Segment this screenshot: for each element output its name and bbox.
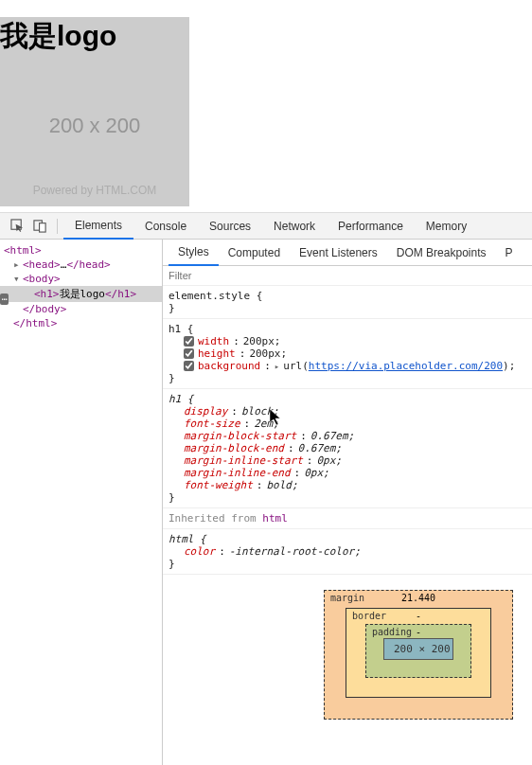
tab-network[interactable]: Network <box>262 214 327 239</box>
tab-elements[interactable]: Elements <box>63 213 133 240</box>
rule-h1-useragent[interactable]: h1 { display: block; font-size: 2em; mar… <box>163 389 532 508</box>
box-border[interactable]: border - padding - 200 × 200 <box>346 608 491 698</box>
subtab-dom-breakpoints[interactable]: DOM Breakpoints <box>387 240 496 265</box>
dom-node-body[interactable]: ▾<body> <box>0 272 162 286</box>
subtab-more[interactable]: P <box>495 240 522 265</box>
box-model[interactable]: margin 21.440 border - padding - 200 × 2… <box>163 575 532 720</box>
placeholder-dimensions: 200 x 200 <box>49 114 141 138</box>
dom-node-body-close[interactable]: </body> <box>0 302 162 316</box>
tab-performance[interactable]: Performance <box>327 214 415 239</box>
prop-toggle[interactable] <box>184 336 194 347</box>
subtab-styles[interactable]: Styles <box>168 240 219 266</box>
css-rules: element.style { } h1 { width: 200px; hei… <box>163 286 532 765</box>
dom-overflow-badge[interactable]: ⋯ <box>0 294 9 305</box>
prop-toggle[interactable] <box>184 361 194 371</box>
rule-html-useragent[interactable]: html { color: -internal-root-color; } <box>163 529 532 575</box>
expand-icon[interactable]: ▸ <box>275 362 279 371</box>
tab-sources[interactable]: Sources <box>198 214 262 239</box>
svg-rect-2 <box>39 223 45 232</box>
box-padding[interactable]: padding - 200 × 200 <box>365 624 471 678</box>
tab-memory[interactable]: Memory <box>415 214 478 239</box>
box-content[interactable]: 200 × 200 <box>383 638 453 660</box>
url-link[interactable]: https://via.placeholder.com/200 <box>309 360 503 372</box>
device-toggle-icon[interactable] <box>28 215 51 238</box>
subtab-computed[interactable]: Computed <box>219 240 290 265</box>
styles-subtabs: Styles Computed Event Listeners DOM Brea… <box>163 240 532 266</box>
filter-input[interactable] <box>168 270 526 281</box>
prop-toggle[interactable] <box>184 348 194 359</box>
rule-element-style[interactable]: element.style { } <box>163 286 532 319</box>
devtools: Elements Console Sources Network Perform… <box>0 213 532 765</box>
prop-height[interactable]: height: 200px; <box>168 347 526 360</box>
page-h1: 我是logo <box>0 17 116 56</box>
dom-node-h1[interactable]: <h1>我是logo</h1> <box>0 286 162 302</box>
box-margin[interactable]: margin 21.440 border - padding - 200 × 2… <box>324 590 513 720</box>
rule-h1-author[interactable]: h1 { width: 200px; height: 200px; backgr… <box>163 319 532 389</box>
placeholder-attribution: Powered by HTML.COM <box>33 184 157 197</box>
devtools-tabbar: Elements Console Sources Network Perform… <box>0 213 532 240</box>
tab-console[interactable]: Console <box>133 214 198 239</box>
subtab-event-listeners[interactable]: Event Listeners <box>290 240 387 265</box>
inherited-separator: Inherited from html <box>163 508 532 529</box>
prop-background[interactable]: background: ▸ url(https://via.placeholde… <box>168 360 526 372</box>
inspect-icon[interactable] <box>6 215 28 238</box>
rendered-page: 200 x 200 Powered by HTML.COM 我是logo <box>0 0 532 213</box>
styles-panel: Styles Computed Event Listeners DOM Brea… <box>163 240 532 765</box>
dom-node-head[interactable]: ▸<head>…</head> <box>0 258 162 272</box>
dom-tree[interactable]: ⋯ <html> ▸<head>…</head> ▾<body> <h1>我是l… <box>0 240 163 765</box>
styles-filter[interactable] <box>163 266 532 286</box>
dom-node-html-close[interactable]: </html> <box>0 316 162 330</box>
prop-width[interactable]: width: 200px; <box>168 335 526 347</box>
dom-node-html[interactable]: <html> <box>0 243 162 258</box>
